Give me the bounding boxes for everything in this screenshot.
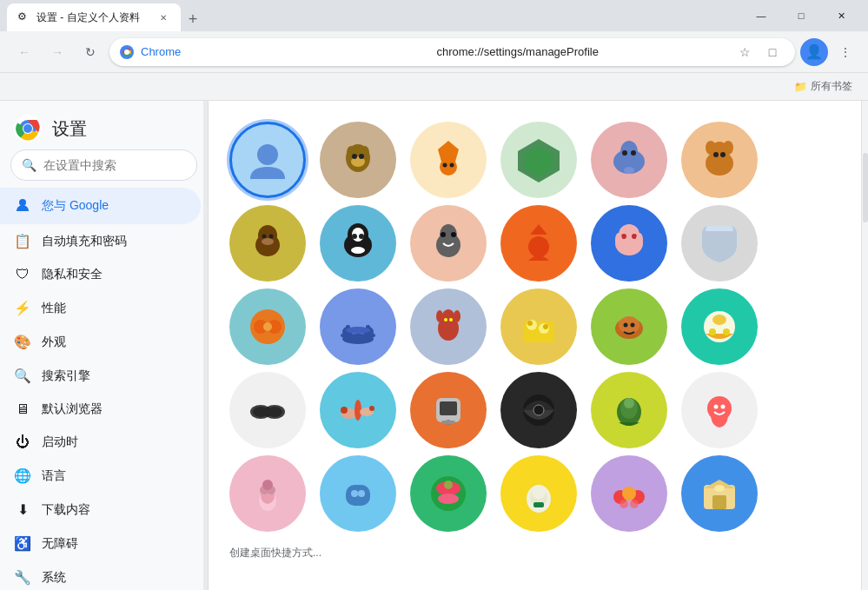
chrome-menu-button[interactable]: ⋮ [833, 40, 858, 64]
sidebar-item-label-google: 您与 Google [42, 198, 109, 214]
svg-point-70 [449, 318, 453, 322]
avatar-item[interactable] [410, 372, 487, 448]
svg-point-51 [636, 233, 643, 247]
sidebar-item-downloads[interactable]: ⬇ 下载内容 [0, 493, 201, 527]
language-nav-icon: 🌐 [14, 467, 31, 484]
svg-point-15 [440, 158, 457, 176]
sidebar-nav: 您与 Google 📋 自动填充和密码 🛡 隐私和安全 ⚡ 性能 🎨 外观 [0, 188, 208, 590]
new-tab-button[interactable]: + [181, 7, 205, 31]
avatar-item[interactable] [500, 288, 577, 365]
avatar-item[interactable] [410, 122, 487, 198]
avatar-item[interactable] [500, 122, 577, 198]
avatar-item[interactable] [320, 122, 396, 198]
maximize-button[interactable]: □ [781, 0, 821, 31]
avatar-item[interactable] [229, 205, 306, 282]
bottom-hint: 创建桌面快捷方式... [209, 539, 861, 567]
autofill-nav-icon: 📋 [14, 233, 31, 249]
svg-point-68 [454, 310, 461, 322]
folder-icon: 📁 [794, 81, 807, 93]
avatar-item[interactable] [591, 372, 667, 448]
sidebar-item-privacy[interactable]: 🛡 隐私和安全 [0, 258, 201, 291]
avatar-item[interactable] [591, 205, 667, 282]
close-button[interactable]: ✕ [821, 0, 861, 31]
sidebar-item-search[interactable]: 🔍 搜索引擎 [0, 359, 201, 393]
avatar-item[interactable] [410, 455, 487, 532]
forward-button[interactable]: → [43, 38, 71, 66]
sidebar-item-system[interactable]: 🔧 系统 [0, 560, 201, 590]
refresh-button[interactable]: ↻ [76, 38, 104, 66]
minimize-button[interactable]: — [741, 0, 781, 31]
svg-point-88 [267, 407, 282, 417]
avatar-item[interactable] [320, 205, 396, 282]
avatar-item[interactable] [591, 288, 667, 365]
svg-point-124 [622, 487, 636, 501]
sidebar-header: 设置 [0, 101, 208, 149]
sidebar-item-browser[interactable]: 🖥 默认浏览器 [0, 393, 201, 426]
search-input[interactable] [43, 158, 195, 172]
sidebar-item-performance[interactable]: ⚡ 性能 [0, 291, 201, 325]
all-bookmarks[interactable]: 📁 所有书签 [789, 77, 858, 96]
avatar-item[interactable] [500, 372, 577, 448]
avatar-item[interactable] [320, 288, 396, 365]
sidebar-item-autofill[interactable]: 📋 自动填充和密码 [0, 224, 201, 258]
right-scrollbar[interactable] [861, 101, 868, 590]
sidebar-item-google[interactable]: 您与 Google [0, 188, 201, 224]
svg-point-77 [619, 316, 639, 334]
avatar-item[interactable] [681, 455, 758, 532]
accessibility-nav-icon: ♿ [14, 535, 31, 552]
tab-favicon: ⚙ [17, 10, 31, 24]
right-scrollbar-thumb[interactable] [863, 153, 868, 222]
sidebar-item-accessibility[interactable]: ♿ 无障碍 [0, 527, 201, 560]
active-tab[interactable]: ⚙ 设置 - 自定义个人资料 ✕ [7, 3, 181, 31]
back-button[interactable]: ← [10, 38, 38, 66]
avatar-item[interactable] [591, 455, 667, 532]
svg-point-49 [621, 234, 626, 239]
url-bar[interactable]: Chrome chrome://settings/manageProfile ☆… [109, 38, 795, 66]
sidebar-item-label-autofill: 自动填充和密码 [42, 234, 127, 249]
profile-button[interactable]: 👤 [800, 38, 828, 66]
sidebar-item-startup[interactable]: ⏻ 启动时 [0, 426, 201, 459]
avatar-item[interactable] [500, 455, 577, 532]
svg-point-33 [262, 235, 267, 239]
sidebar-item-appearance[interactable]: 🎨 外观 [0, 325, 201, 359]
reader-mode-button[interactable]: □ [760, 40, 785, 64]
avatar-item[interactable] [681, 288, 758, 365]
svg-point-17 [450, 163, 454, 168]
svg-point-75 [543, 324, 548, 329]
avatar-item[interactable] [681, 205, 758, 282]
avatar-item[interactable] [229, 122, 306, 198]
avatar-item[interactable] [410, 205, 487, 282]
avatar-item[interactable] [320, 455, 396, 532]
chrome-label: Chrome [141, 45, 430, 58]
addressbar: ← → ↻ Chrome chrome://settings/managePro… [0, 31, 868, 73]
svg-point-103 [707, 396, 732, 421]
avatar-item[interactable] [681, 372, 758, 448]
search-box[interactable]: 🔍 [10, 149, 197, 181]
avatar-item[interactable] [320, 372, 396, 448]
svg-rect-111 [346, 485, 370, 506]
avatar-item[interactable] [229, 288, 306, 365]
svg-point-126 [630, 500, 639, 508]
bookmark-button[interactable]: ☆ [732, 40, 757, 64]
svg-point-5 [23, 124, 32, 133]
svg-point-12 [352, 154, 357, 159]
tab-close-button[interactable]: ✕ [156, 10, 170, 24]
sidebar-item-language[interactable]: 🌐 语言 [0, 459, 201, 493]
avatar-item[interactable] [681, 122, 758, 198]
avatar-scroll-area[interactable]: 创建桌面快捷方式... [209, 101, 861, 590]
avatar-item[interactable] [410, 288, 487, 365]
avatar-item[interactable] [500, 205, 577, 282]
svg-point-83 [723, 328, 730, 335]
svg-point-46 [528, 236, 549, 257]
svg-point-92 [341, 407, 348, 414]
svg-point-64 [346, 327, 370, 334]
sidebar-item-label-accessibility: 无障碍 [42, 536, 78, 552]
svg-point-22 [622, 150, 627, 156]
avatar-item[interactable] [229, 455, 306, 532]
svg-point-39 [352, 234, 357, 239]
avatar-item[interactable] [229, 372, 306, 448]
avatar-item[interactable] [591, 122, 667, 198]
svg-point-99 [533, 405, 544, 415]
svg-point-30 [720, 152, 726, 157]
avatar-grid [209, 115, 861, 539]
